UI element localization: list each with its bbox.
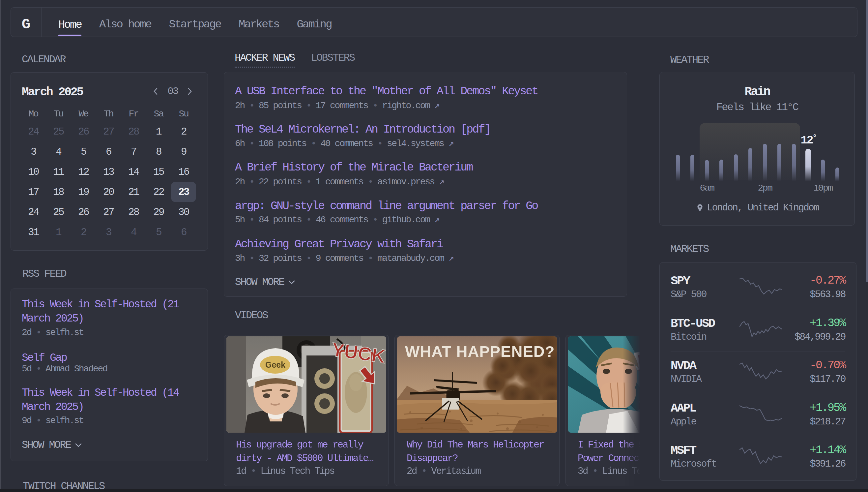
- svg-text:Geek: Geek: [265, 360, 285, 369]
- svg-text:WHAT HAPPENED?: WHAT HAPPENED?: [405, 343, 555, 360]
